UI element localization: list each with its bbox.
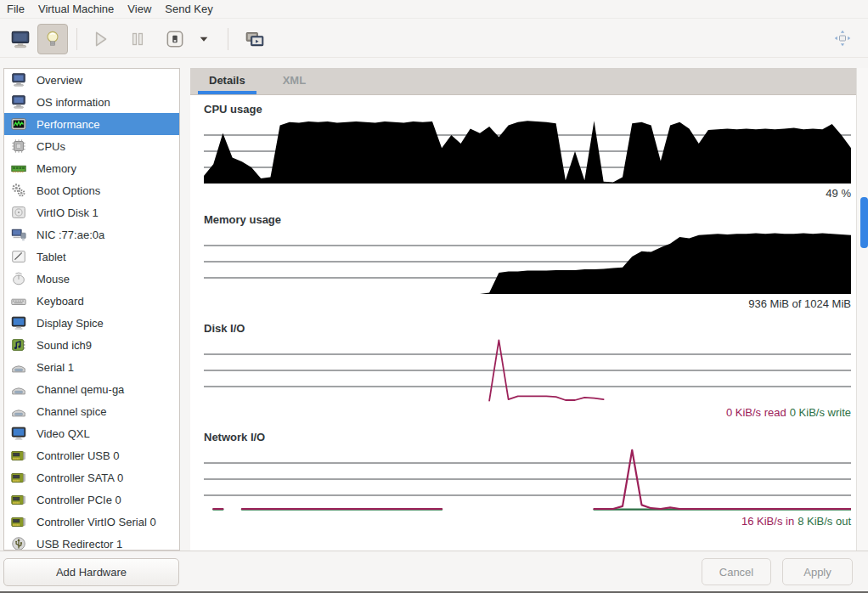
disk-icon	[8, 204, 29, 222]
toolbar-separator	[228, 28, 228, 50]
sidebar-item-label: Channel spice	[37, 405, 106, 418]
sidebar-item-label: Performance	[37, 118, 99, 131]
sidebar-item-display-spice[interactable]: Display Spice	[4, 312, 179, 334]
sidebar-item-label: Overview	[37, 74, 82, 87]
toolbar-separator	[76, 28, 77, 50]
sidebar-item-controller-sata-0[interactable]: Controller SATA 0	[4, 466, 179, 489]
memory-usage-section: Memory usage 936 MiB of 1024 MiB	[204, 213, 851, 310]
pause-icon	[127, 28, 149, 50]
cancel-button[interactable]: Cancel	[702, 558, 771, 585]
disk-io-section: Disk I/O 0 KiB/s read0 KiB/s write	[204, 322, 851, 419]
sidebar-item-performance[interactable]: Performance	[4, 113, 179, 135]
sidebar-item-label: CPUs	[37, 140, 65, 153]
sidebar-item-mouse[interactable]: Mouse	[4, 268, 179, 290]
sidebar-item-memory[interactable]: Memory	[4, 157, 179, 179]
shutdown-button[interactable]	[160, 24, 190, 54]
sidebar-item-label: Tablet	[37, 251, 66, 263]
sidebar-item-label: Serial 1	[37, 361, 74, 374]
sidebar-item-label: Boot Options	[37, 184, 100, 197]
menu-virtual-machine[interactable]: Virtual Machine	[31, 0, 121, 18]
sidebar-item-channel-spice[interactable]: Channel spice	[4, 400, 179, 422]
sidebar-item-overview[interactable]: Overview	[4, 69, 179, 91]
shutdown-icon	[164, 28, 186, 50]
cpu-usage-section: CPU usage 49 %	[204, 103, 851, 200]
menu-send-key[interactable]: Send Key	[158, 0, 219, 18]
shutdown-menu-button[interactable]	[194, 24, 214, 54]
memory-usage-chart	[204, 229, 851, 294]
network-io-chart	[204, 447, 851, 511]
add-hardware-button[interactable]: Add Hardware	[3, 558, 179, 586]
serial-icon	[8, 359, 29, 376]
cpu-usage-readout: 49 %	[204, 187, 851, 200]
apply-button[interactable]: Apply	[782, 558, 853, 585]
sidebar-item-label: Memory	[37, 162, 76, 175]
two-monitors-icon	[244, 28, 266, 50]
sidebar-item-label: USB Redirector 1	[37, 538, 122, 551]
cpu-usage-title: CPU usage	[204, 103, 851, 116]
mouse-icon	[8, 270, 29, 288]
sidebar-item-controller-usb-0[interactable]: Controller USB 0	[4, 444, 179, 466]
tab-details[interactable]: Details	[190, 68, 264, 94]
sidebar-item-label: Controller PCIe 0	[37, 494, 121, 506]
gears-icon	[8, 182, 29, 200]
sidebar-item-label: Mouse	[37, 273, 70, 285]
sidebar-item-boot-options[interactable]: Boot Options	[4, 179, 179, 201]
serial-icon	[8, 403, 29, 421]
sidebar-item-tablet[interactable]: Tablet	[4, 246, 179, 268]
sidebar-item-cpus[interactable]: CPUs	[4, 135, 179, 157]
lightbulb-icon	[42, 28, 64, 50]
sidebar-item-os-information[interactable]: OS information	[4, 91, 179, 113]
nic-icon	[8, 226, 29, 244]
sidebar-item-controller-virtio-serial-0[interactable]: Controller VirtIO Serial 0	[4, 511, 179, 533]
display-icon	[8, 314, 29, 332]
memory-icon	[8, 160, 29, 178]
sidebar-item-controller-pcie-0[interactable]: Controller PCIe 0	[4, 489, 179, 511]
sidebar-item-label: Controller USB 0	[37, 449, 120, 462]
cpu-usage-chart	[204, 119, 851, 184]
sidebar-item-channel-qemu-ga[interactable]: Channel qemu-ga	[4, 378, 179, 400]
sidebar-item-label: Sound ich9	[37, 339, 92, 352]
snapshots-button[interactable]	[240, 24, 270, 54]
computer-icon	[8, 71, 29, 89]
chart-readout-value: 49 %	[826, 187, 851, 200]
sidebar-item-serial-1[interactable]: Serial 1	[4, 356, 179, 378]
fullscreen-arrows-icon	[832, 28, 853, 51]
details-scrollbar[interactable]	[856, 68, 868, 551]
caret-down-icon	[193, 28, 215, 50]
show-virtual-hardware-details-button[interactable]	[37, 24, 68, 54]
run-button	[85, 24, 116, 54]
menu-file[interactable]: File	[0, 0, 31, 18]
chart-readout-value: 16 KiB/s in	[741, 515, 794, 528]
sidebar-item-keyboard[interactable]: Keyboard	[4, 290, 179, 312]
sidebar-item-label: VirtIO Disk 1	[37, 206, 99, 219]
display-icon	[8, 425, 29, 443]
pause-button	[122, 24, 153, 54]
disk-io-chart	[204, 338, 851, 403]
disk-io-readout: 0 KiB/s read0 KiB/s write	[204, 406, 851, 419]
console-icon	[9, 28, 31, 50]
toolbar	[0, 20, 868, 58]
usb-icon	[8, 535, 29, 551]
keyboard-icon	[8, 292, 29, 310]
memory-usage-title: Memory usage	[204, 213, 851, 227]
tab-xml[interactable]: XML	[264, 68, 324, 94]
show-graphical-console-button[interactable]	[5, 24, 36, 54]
fullscreen-button[interactable]	[829, 25, 856, 53]
scrollbar-thumb[interactable]	[860, 197, 868, 248]
sidebar-item-label: Controller VirtIO Serial 0	[37, 516, 156, 528]
cpu-icon	[8, 138, 29, 155]
serial-icon	[8, 381, 29, 398]
network-io-readout: 16 KiB/s in8 KiB/s out	[204, 515, 851, 528]
sidebar-item-sound-ich9[interactable]: Sound ich9	[4, 334, 179, 356]
sidebar-item-virtio-disk-1[interactable]: VirtIO Disk 1	[4, 201, 179, 223]
tabbar: DetailsXML	[190, 68, 856, 95]
menu-view[interactable]: View	[121, 0, 158, 18]
sidebar-item-usb-redirector-1[interactable]: USB Redirector 1	[4, 533, 179, 551]
chart-readout-value: 8 KiB/s out	[798, 515, 851, 528]
sidebar-item-label: Channel qemu-ga	[37, 383, 124, 396]
network-io-title: Network I/O	[204, 431, 851, 444]
controller-icon	[8, 447, 29, 465]
sidebar-item-video-qxl[interactable]: Video QXL	[4, 422, 179, 444]
sidebar-item-nic-77-ae-0a[interactable]: NIC :77:ae:0a	[4, 223, 179, 246]
controller-icon	[8, 469, 29, 487]
